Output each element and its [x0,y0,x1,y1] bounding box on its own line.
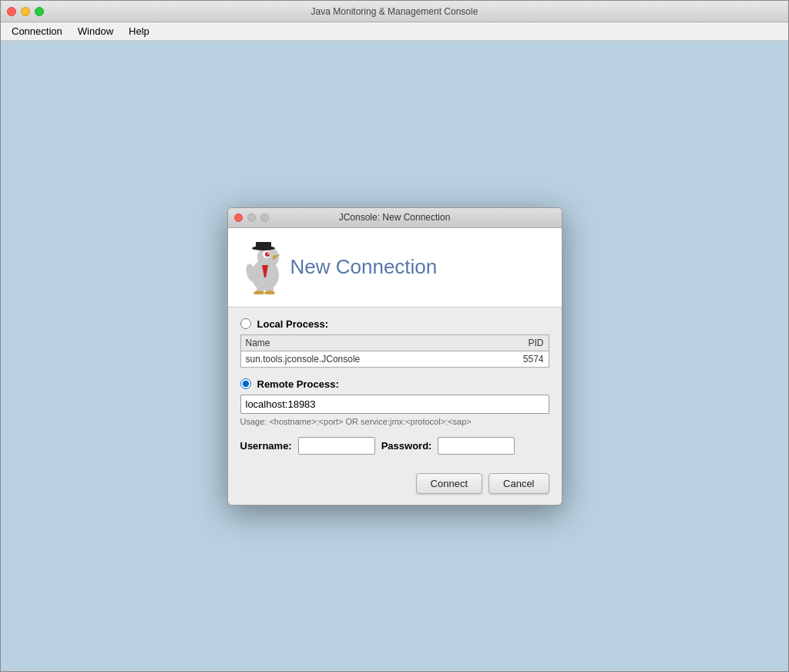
dialog-footer: Connect Cancel [228,465,562,505]
menu-help[interactable]: Help [121,24,157,39]
username-label: Username: [240,440,292,452]
usage-hint: Usage: <hostname>:<port> OR service:jmx:… [240,417,549,426]
remote-process-label: Remote Process: [257,378,339,390]
local-process-label: Local Process: [257,318,329,330]
dialog-minimize-button[interactable] [247,213,256,222]
dialog-header: New Connection [228,228,562,307]
local-process-section: Local Process: Name PID sun.tools.jconso… [240,318,549,368]
svg-point-12 [264,291,275,294]
svg-point-5 [267,253,269,254]
outer-titlebar: Java Monitoring & Management Console [1,1,788,22]
dialog-body: Local Process: Name PID sun.tools.jconso… [228,307,562,465]
dialog-title: JConsole: New Connection [339,212,451,223]
menu-connection[interactable]: Connection [4,24,70,39]
password-label: Password: [381,440,432,452]
dialog-maximize-button[interactable] [260,213,269,222]
outer-window-title: Java Monitoring & Management Console [311,6,478,17]
credentials-row: Username: Password: [240,437,549,455]
remote-process-section: Remote Process: Usage: <hostname>:<port>… [240,378,549,426]
outer-maximize-button[interactable] [35,7,44,16]
password-input[interactable] [438,437,515,455]
local-process-radio[interactable] [240,318,251,329]
menu-bar: Connection Window Help [1,22,788,41]
svg-rect-7 [256,242,271,249]
remote-process-radio[interactable] [240,378,251,389]
process-pid: 5574 [489,351,549,367]
duke-logo [240,240,290,294]
main-content: JConsole: New Connection [1,41,788,671]
cancel-button[interactable]: Cancel [489,473,549,494]
col-name-header: Name [240,334,489,351]
dialog-window: JConsole: New Connection [227,207,562,506]
dialog-traffic-lights [234,213,269,222]
dialog-close-button[interactable] [234,213,243,222]
col-pid-header: PID [489,334,549,351]
local-process-header: Local Process: [240,318,549,330]
process-table: Name PID sun.tools.jconsole.JConsole 557… [240,334,549,368]
remote-process-header: Remote Process: [240,378,549,390]
process-name: sun.tools.jconsole.JConsole [240,351,489,367]
dialog-titlebar: JConsole: New Connection [228,208,562,228]
outer-close-button[interactable] [7,7,16,16]
dialog-heading: New Connection [290,255,438,279]
svg-point-4 [265,252,270,257]
outer-minimize-button[interactable] [21,7,30,16]
outer-window: Java Monitoring & Management Console Con… [0,0,789,672]
outer-traffic-lights [7,7,44,16]
connect-button[interactable]: Connect [416,473,482,494]
menu-window[interactable]: Window [70,24,121,39]
username-input[interactable] [298,437,375,455]
table-row[interactable]: sun.tools.jconsole.JConsole 5574 [240,351,549,367]
remote-process-input[interactable] [240,395,549,414]
